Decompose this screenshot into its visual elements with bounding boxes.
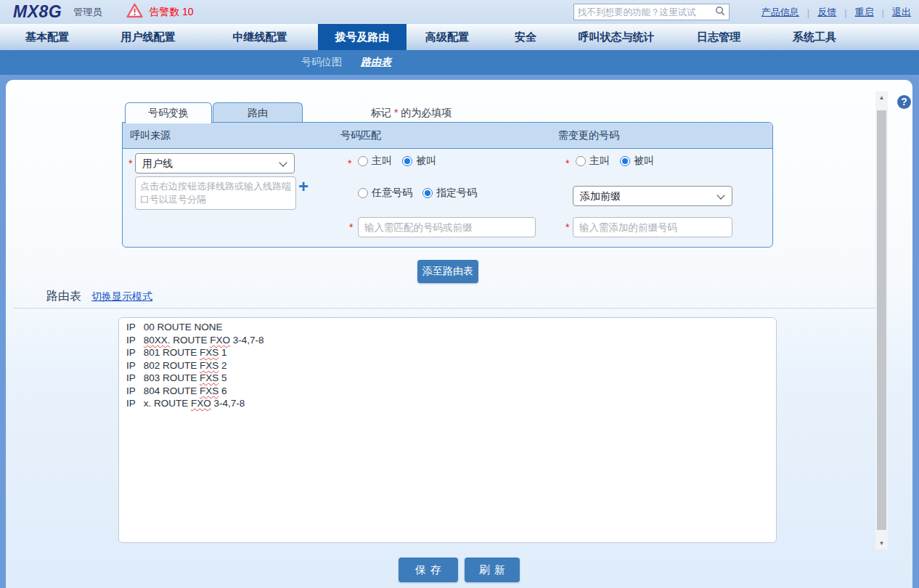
footer-actions: 保存 刷新 bbox=[6, 550, 912, 588]
line-ports-input[interactable] bbox=[135, 176, 296, 210]
section-divider bbox=[13, 308, 875, 309]
nav-tab-security[interactable]: 安全 bbox=[488, 24, 563, 50]
nav-tab-subscriber-line-config[interactable]: 用户线配置 bbox=[94, 24, 202, 50]
line-type-selected-value: 用户线 bbox=[142, 158, 173, 169]
route-line: IP 802 ROUTE FXS 2 bbox=[126, 359, 769, 372]
change-action-select[interactable]: 添加前缀 bbox=[573, 186, 732, 206]
link-separator: | bbox=[882, 7, 884, 18]
nav-tab-advanced-config[interactable]: 高级配置 bbox=[407, 24, 488, 50]
subnav-item-route-table[interactable]: 路由表 bbox=[361, 56, 391, 69]
required-star: * bbox=[128, 158, 132, 169]
help-icon[interactable]: ? bbox=[897, 95, 911, 109]
form-tabs: 号码变换 路由 标记 * 的为必填项 bbox=[125, 102, 452, 123]
app-logo: MX8G bbox=[13, 2, 62, 22]
nav-tab-dial-and-route[interactable]: 拨号及路由 bbox=[318, 24, 407, 50]
top-links: 产品信息 | 反馈 | 重启 | 退出 bbox=[761, 6, 911, 19]
scrollbar-down-arrow-icon[interactable]: ▼ bbox=[875, 537, 888, 550]
save-button[interactable]: 保存 bbox=[399, 558, 458, 582]
required-star: * bbox=[565, 158, 569, 169]
nav-tab-log-management[interactable]: 日志管理 bbox=[669, 24, 768, 50]
scrollbar-thumb[interactable] bbox=[877, 110, 886, 530]
link-separator: | bbox=[807, 7, 809, 18]
add-lines-plus-button[interactable]: + bbox=[298, 178, 309, 195]
radio-any-number-unselected[interactable] bbox=[358, 188, 368, 198]
note-prefix: 标记 bbox=[371, 107, 394, 118]
add-to-route-table-button[interactable]: 添至路由表 bbox=[417, 260, 478, 283]
route-line: IP x. ROUTE FXO 3-4,7-8 bbox=[126, 397, 769, 410]
search-input[interactable] bbox=[578, 7, 715, 17]
route-table-title: 路由表 bbox=[46, 289, 81, 304]
radio-specified-number-selected[interactable] bbox=[422, 188, 433, 198]
sub-nav: 号码位图 路由表 bbox=[0, 50, 919, 75]
change-direction-radio-group: 主叫 被叫 bbox=[576, 155, 654, 168]
refresh-button[interactable]: 刷新 bbox=[465, 558, 520, 582]
logout-link[interactable]: 退出 bbox=[892, 6, 911, 19]
toggle-display-mode-link[interactable]: 切换显示模式 bbox=[91, 290, 152, 303]
scrollbar-up-arrow-icon[interactable]: ▲ bbox=[875, 91, 888, 104]
radio-caller-unselected[interactable] bbox=[358, 156, 368, 166]
radio-label-specified-number[interactable]: 指定号码 bbox=[436, 187, 477, 200]
feedback-link[interactable]: 反馈 bbox=[817, 6, 836, 19]
function-search-box[interactable] bbox=[573, 4, 730, 20]
required-star: * bbox=[348, 158, 351, 169]
content-panel: ? 号码变换 路由 标记 * 的为必填项 呼叫来源 号码匹配 需变更的号码 * … bbox=[6, 80, 912, 588]
column-header-number-to-change: 需变更的号码 bbox=[558, 129, 772, 142]
required-field-note: 标记 * 的为必填项 bbox=[371, 103, 452, 123]
nav-tab-call-status-stats[interactable]: 呼叫状态与统计 bbox=[563, 24, 669, 50]
change-action-selected-value: 添加前缀 bbox=[580, 190, 621, 202]
prefix-number-input[interactable] bbox=[573, 217, 732, 237]
tab-number-transform[interactable]: 号码变换 bbox=[125, 102, 212, 123]
match-number-input[interactable] bbox=[358, 217, 536, 237]
radio-label-caller[interactable]: 主叫 bbox=[589, 155, 610, 168]
restart-link[interactable]: 重启 bbox=[855, 6, 874, 19]
match-direction-radio-group: 主叫 被叫 bbox=[358, 155, 436, 168]
note-suffix: 的为必填项 bbox=[398, 107, 452, 118]
nav-tab-trunk-line-config[interactable]: 中继线配置 bbox=[202, 24, 318, 50]
alarm-warning-icon bbox=[126, 3, 143, 21]
radio-label-any-number[interactable]: 任意号码 bbox=[372, 187, 412, 200]
nav-tab-system-tools[interactable]: 系统工具 bbox=[768, 24, 861, 50]
number-transform-form: 呼叫来源 号码匹配 需变更的号码 * 用户线 + * 主叫 被叫 任意号码 指定… bbox=[122, 122, 773, 248]
route-line: IP 803 ROUTE FXS 5 bbox=[126, 372, 769, 385]
route-line: IP 00 ROUTE NONE bbox=[126, 321, 769, 334]
tab-route[interactable]: 路由 bbox=[213, 102, 303, 123]
main-nav: 基本配置 用户线配置 中继线配置 拨号及路由 高级配置 安全 呼叫状态与统计 日… bbox=[0, 24, 919, 50]
radio-callee-selected[interactable] bbox=[402, 156, 412, 166]
required-star: * bbox=[349, 221, 353, 233]
radio-callee-selected[interactable] bbox=[620, 156, 630, 166]
logged-in-user: 管理员 bbox=[73, 6, 102, 19]
line-type-select[interactable]: 用户线 bbox=[135, 153, 295, 173]
radio-caller-unselected[interactable] bbox=[576, 156, 586, 166]
route-line: IP 804 ROUTE FXS 6 bbox=[126, 385, 769, 398]
product-info-link[interactable]: 产品信息 bbox=[761, 6, 799, 19]
radio-label-caller[interactable]: 主叫 bbox=[372, 155, 392, 168]
radio-label-callee[interactable]: 被叫 bbox=[416, 155, 436, 168]
radio-label-callee[interactable]: 被叫 bbox=[634, 155, 654, 168]
route-table-textarea[interactable]: IP 00 ROUTE NONEIP 80XX. ROUTE FXO 3-4,7… bbox=[118, 317, 777, 543]
search-icon[interactable] bbox=[715, 6, 725, 19]
form-header-row: 呼叫来源 号码匹配 需变更的号码 bbox=[123, 123, 772, 149]
match-mode-radio-group: 任意号码 指定号码 bbox=[358, 187, 477, 200]
vertical-scrollbar[interactable]: ▲ ▼ bbox=[875, 91, 888, 550]
column-header-number-match: 号码匹配 bbox=[340, 129, 558, 142]
route-table-header: 路由表 切换显示模式 bbox=[46, 289, 152, 304]
column-header-call-source: 呼叫来源 bbox=[123, 129, 340, 142]
subnav-item-digit-map[interactable]: 号码位图 bbox=[301, 56, 342, 69]
route-line: IP 801 ROUTE FXS 1 bbox=[126, 346, 769, 359]
nav-tab-basic-config[interactable]: 基本配置 bbox=[0, 24, 94, 50]
top-bar: MX8G 管理员 告警数 10 产品信息 | 反馈 | 重启 | 退出 bbox=[0, 0, 919, 24]
alarm-indicator[interactable]: 告警数 10 bbox=[126, 3, 193, 21]
link-separator: | bbox=[844, 7, 846, 18]
route-line: IP 80XX. ROUTE FXO 3-4,7-8 bbox=[126, 334, 769, 347]
required-star: * bbox=[565, 221, 569, 233]
alarm-count-label: 告警数 10 bbox=[149, 6, 193, 19]
